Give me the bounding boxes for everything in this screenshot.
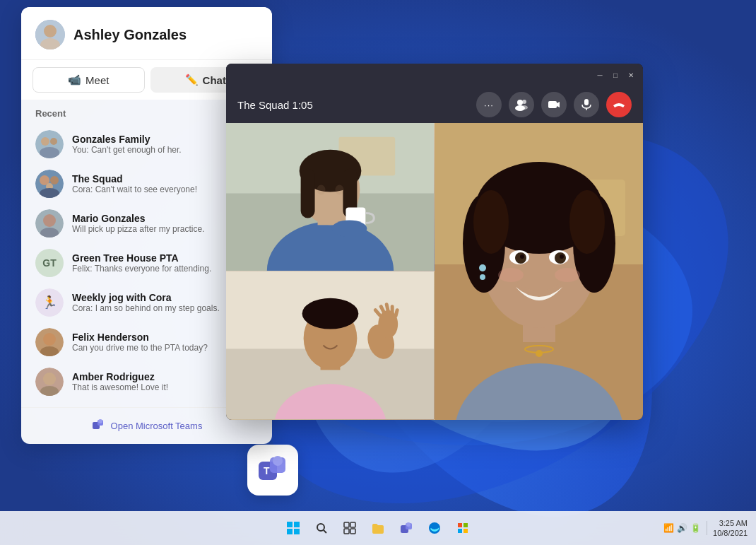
svg-rect-108	[458, 529, 462, 533]
store-button[interactable]	[451, 517, 474, 539]
chat-panel-header: Ashley Gonzales	[21, 7, 272, 60]
svg-point-77	[569, 190, 605, 254]
svg-point-12	[50, 138, 57, 145]
store-icon	[456, 522, 469, 534]
svg-point-71	[536, 350, 543, 357]
task-view-button[interactable]	[338, 517, 361, 539]
svg-point-11	[41, 137, 49, 146]
list-item[interactable]: The Squad Cora: Can't wait to see everyo…	[35, 164, 258, 204]
file-manager-button[interactable]	[367, 517, 389, 539]
video-cell-bottom-left	[226, 271, 435, 420]
contact-avatar	[35, 209, 64, 238]
avatar-squad	[35, 170, 64, 198]
list-item[interactable]: Gonzales Family You: Can't get enough of…	[35, 124, 258, 164]
search-button[interactable]	[310, 517, 333, 539]
mic-icon	[580, 98, 593, 111]
svg-point-84	[479, 264, 486, 271]
teams-taskbar-button[interactable]	[395, 517, 418, 539]
list-item[interactable]: Felix Henderson Can you drive me to the …	[35, 322, 258, 362]
video-cell-right	[435, 123, 643, 420]
svg-point-86	[498, 268, 524, 282]
svg-rect-100	[344, 529, 349, 534]
participants-button[interactable]	[509, 92, 534, 117]
svg-point-8	[44, 25, 57, 37]
participant-1-video	[226, 123, 434, 271]
svg-point-96	[317, 524, 324, 531]
list-item[interactable]: GT Green Tree House PTA Felix: Thanks ev…	[35, 243, 258, 283]
svg-point-90	[273, 456, 283, 466]
maximize-button[interactable]: □	[610, 70, 620, 80]
teams-logo-svg	[91, 418, 105, 432]
contact-avatar-gt: GT	[35, 249, 64, 277]
svg-rect-46	[301, 169, 315, 218]
svg-point-13	[40, 147, 59, 158]
list-item[interactable]: Amber Rodriguez That is awesome! Love it…	[35, 362, 258, 402]
task-view-icon	[343, 522, 356, 534]
teams-logo-large: T	[257, 455, 288, 486]
teams-icon-small	[91, 418, 105, 434]
svg-rect-94	[287, 529, 293, 534]
user-avatar-image	[35, 20, 65, 49]
call-controls: ···	[476, 92, 632, 117]
chat-icon: ✏️	[185, 74, 199, 86]
volume-icon[interactable]: 🔊	[677, 523, 687, 533]
svg-text:T: T	[264, 465, 270, 476]
svg-line-97	[324, 530, 326, 533]
windows-logo-icon	[287, 522, 300, 534]
svg-point-82	[520, 254, 524, 259]
search-icon	[315, 522, 328, 534]
battery-icon[interactable]: 🔋	[690, 523, 701, 533]
svg-point-57	[302, 298, 359, 329]
teams-app-icon[interactable]: T	[247, 445, 298, 496]
svg-point-26	[43, 373, 56, 385]
tray-separator	[707, 521, 707, 535]
video-call-window: ─ □ ✕ The Squad 1:05 ···	[226, 64, 643, 420]
svg-point-76	[473, 190, 509, 254]
contact-avatar	[35, 368, 64, 396]
clock[interactable]: 3:25 AM 10/8/2021	[713, 518, 748, 539]
chat-label: Chat	[203, 74, 226, 86]
avatar-felix	[35, 328, 64, 356]
contact-avatar	[35, 130, 64, 158]
camera-button[interactable]	[541, 92, 567, 117]
svg-point-23	[43, 333, 56, 346]
edge-icon	[428, 522, 441, 534]
svg-rect-106	[458, 523, 462, 527]
tab-meet[interactable]: 📹 Meet	[33, 67, 145, 93]
mic-button[interactable]	[574, 92, 599, 117]
svg-point-30	[98, 419, 102, 423]
network-icon[interactable]: 📶	[663, 523, 674, 533]
list-item[interactable]: 🏃 Weekly jog with Cora Cora: I am so beh…	[35, 283, 258, 322]
svg-point-85	[480, 274, 485, 280]
meet-icon: 📹	[68, 74, 81, 86]
folder-icon	[372, 522, 384, 534]
teams-taskbar-icon	[400, 522, 413, 534]
contact-avatar	[35, 170, 64, 198]
svg-point-16	[50, 176, 59, 184]
close-button[interactable]: ✕	[626, 70, 636, 80]
end-call-icon	[613, 100, 625, 110]
end-call-button[interactable]	[606, 92, 632, 117]
svg-point-34	[521, 105, 528, 110]
svg-rect-92	[287, 522, 293, 527]
svg-point-83	[560, 254, 564, 259]
svg-line-61	[386, 305, 388, 311]
taskbar: 📶 🔊 🔋 3:25 AM 10/8/2021	[0, 511, 756, 545]
avatar-weekly-jog: 🏃	[35, 288, 64, 317]
svg-rect-93	[294, 522, 300, 527]
list-item[interactable]: Mario Gonzales Will pick up pizza after …	[35, 204, 258, 243]
svg-point-49	[335, 185, 343, 195]
call-title: The Squad 1:05	[237, 99, 313, 111]
start-button[interactable]	[282, 517, 305, 539]
window-titlebar: ─ □ ✕	[226, 64, 643, 86]
avatar-mario	[35, 209, 64, 238]
avatar-amber	[35, 368, 64, 396]
user-name: Ashley Gonzales	[73, 27, 187, 43]
open-teams-label: Open Microsoft Teams	[111, 421, 203, 431]
time-display: 3:25 AM	[713, 518, 748, 528]
more-options-button[interactable]: ···	[476, 92, 502, 117]
minimize-button[interactable]: ─	[595, 70, 605, 80]
date-display: 10/8/2021	[713, 528, 748, 538]
svg-rect-35	[548, 101, 557, 108]
edge-button[interactable]	[423, 517, 446, 539]
